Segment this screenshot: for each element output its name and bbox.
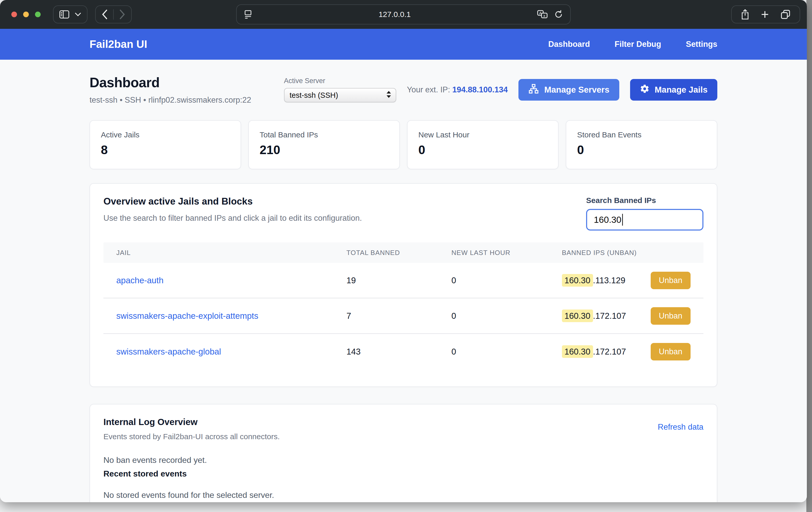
manage-servers-label: Manage Servers (544, 85, 609, 95)
unban-button[interactable]: Unban (651, 343, 691, 361)
stat-label: New Last Hour (418, 131, 547, 139)
table-row: apache-auth 19 0 160.30.113.129 Unban (104, 263, 703, 298)
external-ip-link[interactable]: 194.88.100.134 (452, 85, 508, 94)
total-banned-value: 19 (346, 276, 451, 285)
stat-value: 210 (260, 143, 388, 157)
stat-card-active-jails: Active Jails 8 (90, 120, 241, 169)
total-banned-value: 143 (346, 347, 451, 357)
page-subtitle: test-ssh • SSH • rlinfp02.swissmakers.co… (90, 95, 251, 105)
share-icon[interactable] (741, 9, 750, 20)
unban-button[interactable]: Unban (651, 272, 691, 289)
nav-link-settings[interactable]: Settings (686, 39, 717, 49)
text-cursor (622, 214, 623, 226)
refresh-data-link[interactable]: Refresh data (658, 423, 704, 432)
stat-card-total-banned: Total Banned IPs 210 (248, 120, 400, 169)
banned-ip: 160.30.172.107 (562, 311, 626, 321)
sitemap-icon (528, 83, 539, 96)
dashboard-header: Dashboard test-ssh • SSH • rlinfp02.swis… (90, 75, 717, 105)
browser-window: 127.0.0.1 A x (0, 0, 807, 502)
desktop-background (806, 0, 812, 512)
log-title-block: Internal Log Overview Events stored by F… (104, 417, 280, 441)
ip-search-highlight: 160.30 (562, 274, 593, 287)
search-input-value: 160.30 (594, 215, 621, 225)
manage-jails-label: Manage Jails (655, 85, 707, 95)
active-server-label: Active Server (284, 77, 396, 85)
svg-text:x: x (543, 13, 546, 18)
stat-label: Stored Ban Events (577, 131, 706, 139)
sidebar-toggle-button[interactable] (53, 5, 87, 23)
table-row: swissmakers-apache-exploit-attempts 7 0 … (104, 298, 703, 334)
stat-cards: Active Jails 8 Total Banned IPs 210 New … (90, 120, 717, 169)
minimize-window-button[interactable] (23, 11, 29, 17)
jail-link[interactable]: swissmakers-apache-exploit-attempts (116, 311, 258, 320)
window-controls (11, 11, 41, 17)
overview-title: Overview active Jails and Blocks (104, 196, 362, 207)
search-block: Search Banned IPs 160.30 (586, 196, 703, 230)
search-label: Search Banned IPs (586, 196, 703, 205)
reload-icon[interactable] (554, 9, 563, 20)
page-format-icon[interactable] (243, 9, 253, 20)
no-stored-events-text: No stored events found for the selected … (104, 490, 703, 500)
tab-overview-icon[interactable] (780, 9, 791, 20)
address-bar[interactable]: 127.0.0.1 A x (236, 4, 571, 24)
jail-link[interactable]: swissmakers-apache-global (116, 347, 221, 356)
manage-jails-button[interactable]: Manage Jails (630, 79, 717, 101)
stat-card-stored-events: Stored Ban Events 0 (566, 120, 717, 169)
column-header-new-last-hour: New Last Hour (452, 249, 562, 257)
app-brand: Fail2ban UI (90, 38, 147, 51)
nav-link-filter-debug[interactable]: Filter Debug (615, 39, 661, 49)
stat-value: 8 (101, 143, 230, 157)
page-title: Dashboard (90, 75, 251, 90)
search-banned-ips-input[interactable]: 160.30 (586, 209, 703, 230)
manage-servers-button[interactable]: Manage Servers (518, 79, 619, 101)
jails-table: Jail Total Banned New Last Hour Banned I… (104, 243, 703, 369)
toolbar-right-group: + (731, 5, 800, 23)
total-banned-value: 7 (346, 311, 451, 321)
new-tab-button[interactable]: + (761, 9, 769, 20)
overview-title-block: Overview active Jails and Blocks Use the… (104, 196, 362, 223)
browser-toolbar: 127.0.0.1 A x (0, 0, 807, 29)
title-block: Dashboard test-ssh • SSH • rlinfp02.swis… (90, 75, 251, 105)
stat-value: 0 (418, 143, 547, 157)
history-nav-group (95, 5, 132, 23)
select-arrows-icon (386, 90, 392, 101)
close-window-button[interactable] (11, 11, 17, 17)
column-header-total-banned: Total Banned (346, 249, 451, 257)
active-server-block: Active Server test-ssh (SSH) (284, 77, 396, 103)
overview-subtitle: Use the search to filter banned IPs and … (104, 214, 362, 223)
recent-stored-events-title: Recent stored events (104, 469, 703, 479)
table-row: swissmakers-apache-global 143 0 160.30.1… (104, 334, 703, 369)
external-ip: Your ext. IP: 194.88.100.134 (407, 85, 508, 94)
jail-link[interactable]: apache-auth (116, 276, 163, 285)
table-header-row: Jail Total Banned New Last Hour Banned I… (104, 243, 703, 263)
stat-label: Active Jails (101, 131, 230, 139)
zoom-window-button[interactable] (35, 11, 41, 17)
sidebar-icon (59, 10, 69, 19)
page-body: Dashboard test-ssh • SSH • rlinfp02.swis… (0, 60, 807, 502)
internal-log-card: Internal Log Overview Events stored by F… (90, 404, 717, 502)
translate-icon[interactable]: A x (537, 9, 548, 20)
nav-link-dashboard[interactable]: Dashboard (548, 39, 590, 49)
banned-ip: 160.30.172.107 (562, 347, 626, 357)
unban-button[interactable]: Unban (651, 307, 691, 325)
gear-icon (640, 84, 650, 96)
stat-label: Total Banned IPs (260, 131, 388, 139)
app-navbar: Fail2ban UI Dashboard Filter Debug Setti… (0, 29, 807, 60)
stat-value: 0 (577, 143, 706, 157)
external-ip-label: Your ext. IP: (407, 85, 450, 94)
nav-links: Dashboard Filter Debug Settings (548, 39, 717, 49)
ip-search-highlight: 160.30 (562, 310, 593, 322)
forward-button[interactable] (119, 9, 125, 20)
column-header-jail: Jail (104, 249, 346, 257)
url-text: 127.0.0.1 (253, 10, 537, 19)
new-last-hour-value: 0 (452, 276, 562, 285)
new-last-hour-value: 0 (452, 347, 562, 357)
stat-card-new-last-hour: New Last Hour 0 (407, 120, 558, 169)
active-server-select[interactable]: test-ssh (SSH) (284, 88, 396, 103)
divider (113, 9, 114, 20)
new-last-hour-value: 0 (452, 311, 562, 321)
back-button[interactable] (102, 9, 108, 20)
no-ban-events-text: No ban events recorded yet. (104, 455, 703, 465)
jails-overview-card: Overview active Jails and Blocks Use the… (90, 183, 717, 387)
log-subtitle: Events stored by Fail2ban-UI across all … (104, 432, 280, 441)
